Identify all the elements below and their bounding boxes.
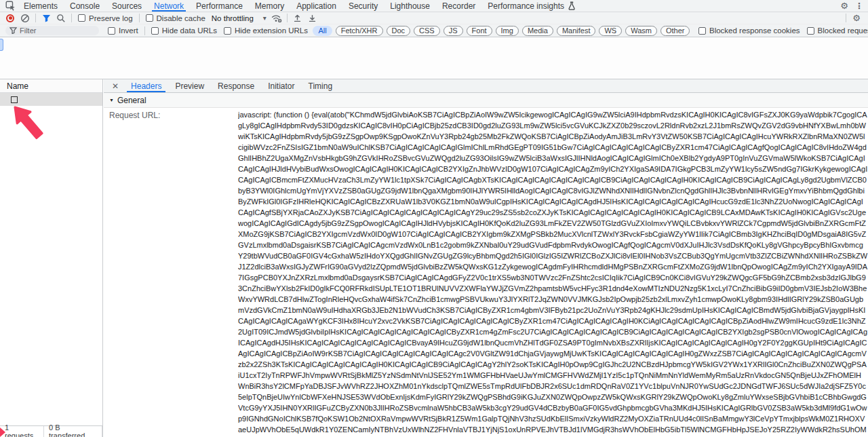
tab-application[interactable]: Application: [290, 0, 342, 12]
type-filter-css[interactable]: CSS: [414, 26, 440, 36]
tab-network[interactable]: Network: [148, 0, 190, 12]
throttling-value: No throttling: [212, 14, 254, 22]
download-icon: [308, 14, 317, 22]
hide-data-urls-checkbox[interactable]: Hide data URLs: [151, 26, 217, 35]
tab-elements[interactable]: Elements: [18, 0, 64, 12]
details-tab-bar: ✕ Headers Preview Response Initiator Tim…: [104, 79, 868, 93]
type-filter-js[interactable]: JS: [443, 26, 463, 36]
tab-label: Performance insights: [488, 1, 564, 11]
tab-lighthouse[interactable]: Lighthouse: [384, 0, 436, 12]
tab-performance-insights[interactable]: Performance insights: [481, 0, 582, 12]
type-filter-all[interactable]: All: [313, 26, 332, 36]
hide-extension-urls-checkbox[interactable]: Hide extension URLs: [224, 26, 308, 35]
clear-network-log-button[interactable]: [18, 13, 33, 24]
general-section-header[interactable]: ▼ General: [104, 93, 868, 108]
tab-label: Headers: [131, 81, 161, 91]
checkbox-icon: [224, 27, 231, 35]
annotation-arrow-tip: [0, 428, 5, 437]
tab-label: Recorder: [442, 1, 475, 11]
preserve-log-checkbox[interactable]: Preserve log: [78, 14, 133, 22]
tab-initiator[interactable]: Initiator: [261, 79, 301, 92]
devtools-more-menu-button[interactable]: ⋮: [852, 1, 867, 12]
filter-input[interactable]: [20, 26, 87, 35]
funnel-icon: [9, 27, 17, 34]
tab-response[interactable]: Response: [211, 79, 261, 92]
search-icon: [56, 14, 66, 23]
export-har-button[interactable]: [305, 13, 320, 24]
tab-performance[interactable]: Performance: [190, 0, 249, 12]
tab-label: Network: [154, 1, 184, 11]
tab-label: Elements: [24, 1, 58, 11]
blocked-requests-checkbox[interactable]: Blocked requests: [807, 26, 868, 35]
tab-timing[interactable]: Timing: [302, 79, 340, 92]
close-details-button[interactable]: ✕: [112, 81, 119, 91]
tab-label: Security: [349, 1, 378, 11]
checkbox-icon: [78, 14, 85, 22]
network-conditions-button[interactable]: [269, 13, 284, 24]
gear-icon: ⚙: [852, 14, 861, 22]
chevron-down-icon: ▾: [263, 14, 267, 22]
disable-cache-checkbox[interactable]: Disable cache: [146, 14, 205, 22]
type-filter-font[interactable]: Font: [467, 26, 492, 36]
type-filter-wasm[interactable]: Wasm: [625, 26, 657, 36]
request-url-label: Request URL:: [109, 111, 160, 120]
inspect-cursor-icon: [5, 1, 16, 11]
type-filter-media[interactable]: Media: [522, 26, 553, 36]
tab-security[interactable]: Security: [342, 0, 384, 12]
filter-input-container: [5, 26, 99, 35]
hide-data-urls-label: Hide data URLs: [162, 26, 217, 35]
tab-label: Timing: [309, 81, 333, 91]
tab-label: Application: [296, 1, 336, 11]
type-filter-doc[interactable]: Doc: [387, 26, 411, 36]
tab-preview[interactable]: Preview: [168, 79, 211, 92]
name-column-header-label: Name: [7, 81, 28, 91]
network-status-bar: 1 requests 0 B transferred: [0, 425, 102, 437]
request-url-value: javascript: (function () {eval(atob("KCh…: [238, 108, 868, 437]
kebab-menu-icon: ⋮: [855, 2, 863, 10]
network-overview-strip[interactable]: [0, 37, 868, 79]
network-filter-bar: Invert Hide data URLs Hide extension URL…: [0, 24, 868, 37]
type-filter-manifest[interactable]: Manifest: [557, 26, 596, 36]
tab-headers[interactable]: Headers: [124, 79, 168, 92]
filter-toggle-button[interactable]: [39, 13, 54, 24]
overview-selection-handle[interactable]: [0, 39, 3, 51]
clear-icon: [20, 14, 30, 23]
blocked-requests-label: Blocked requests: [818, 26, 868, 35]
type-filter-fetch-xhr[interactable]: Fetch/XHR: [336, 26, 383, 36]
checkbox-icon: [146, 14, 153, 22]
type-filter-other[interactable]: Other: [660, 26, 690, 36]
tab-recorder[interactable]: Recorder: [436, 0, 481, 12]
type-filter-img[interactable]: Img: [496, 26, 519, 36]
flask-icon: [568, 1, 576, 10]
checkbox-icon: [807, 27, 814, 35]
hide-extension-urls-label: Hide extension URLs: [235, 26, 308, 35]
tab-label: Lighthouse: [390, 1, 430, 11]
search-network-button[interactable]: [54, 13, 68, 24]
disable-cache-label: Disable cache: [157, 14, 205, 22]
network-settings-button[interactable]: ⚙: [849, 13, 864, 24]
devtools-settings-button[interactable]: ⚙: [837, 1, 852, 12]
disclosure-triangle-icon: ▼: [109, 98, 114, 102]
tab-memory[interactable]: Memory: [249, 0, 290, 12]
funnel-icon: [42, 14, 51, 22]
tab-console[interactable]: Console: [64, 0, 106, 12]
gear-icon: ⚙: [840, 1, 848, 10]
throttling-select[interactable]: No throttling ▾: [212, 14, 267, 22]
invert-checkbox[interactable]: Invert: [108, 26, 138, 35]
inspect-element-button[interactable]: [3, 1, 18, 12]
network-toolbar: Preserve log Disable cache No throttling…: [0, 12, 868, 24]
tab-label: Preview: [175, 81, 204, 91]
upload-icon: [293, 14, 302, 22]
record-network-log-button[interactable]: [3, 13, 18, 24]
checkbox-icon: [151, 27, 159, 35]
type-filter-ws[interactable]: WS: [599, 26, 622, 36]
general-section-title: General: [117, 96, 146, 105]
tab-sources[interactable]: Sources: [106, 0, 148, 12]
name-column-header[interactable]: Name: [0, 79, 102, 93]
invert-label: Invert: [119, 26, 138, 35]
import-har-button[interactable]: [290, 13, 305, 24]
network-conditions-icon: [271, 14, 282, 23]
blocked-response-cookies-label: Blocked response cookies: [709, 26, 800, 35]
devtools-tab-bar: Elements Console Sources Network Perform…: [0, 0, 868, 12]
blocked-response-cookies-checkbox[interactable]: Blocked response cookies: [698, 26, 800, 35]
